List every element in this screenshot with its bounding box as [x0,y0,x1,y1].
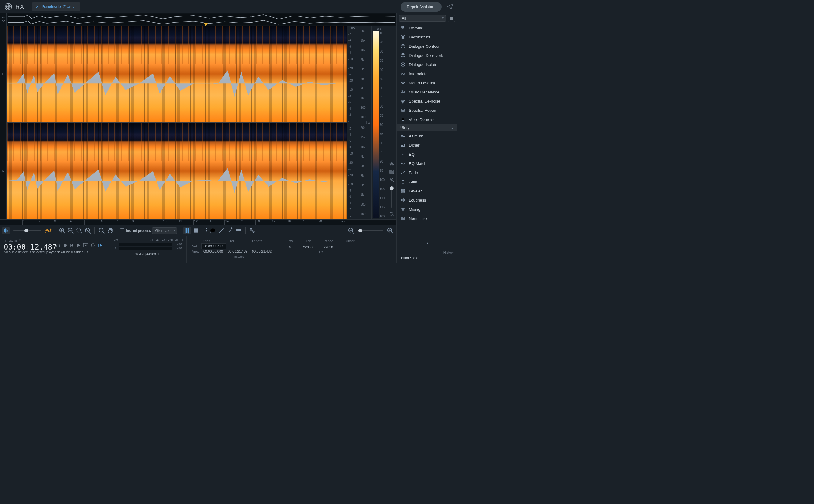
module-item-azimuth[interactable]: Azimuth [397,131,457,141]
rewind-button[interactable] [70,243,74,247]
module-item-mixing[interactable]: Mixing [397,205,457,214]
find-similar-icon[interactable] [249,227,256,234]
spectrogram-view-icon[interactable] [389,169,394,175]
module-item-eq-match[interactable]: EQ Match [397,159,457,168]
zoom-in-vertical-icon[interactable] [389,177,394,183]
mixing-icon [400,206,406,212]
rect-selection-tool-icon[interactable] [192,227,199,234]
opacity-slider[interactable] [13,230,41,231]
module-item-mouth-de-click[interactable]: Mouth De-click [397,78,457,87]
module-label: Normalize [409,216,427,221]
hz-zoom-slider[interactable] [358,230,383,231]
spectrogram-display[interactable]: L R [0,26,396,219]
modules-sidebar: All De-windDeconstructDialogue ContourDi… [396,13,457,263]
module-item-spectral-de-noise[interactable]: Spectral De-noise [397,97,457,106]
playhead-marker-icon[interactable] [204,23,208,26]
waveform-opacity-icon[interactable] [2,227,10,234]
hz-zoom-out-icon[interactable] [347,227,355,234]
module-item-de-wind[interactable]: De-wind [397,23,457,32]
return-playhead-button[interactable] [98,243,102,247]
module-label: Voice De-noise [409,117,435,122]
module-item-eq[interactable]: EQ [397,150,457,159]
play-selection-button[interactable] [83,243,88,247]
module-label: Spectral De-noise [409,99,440,104]
svg-point-34 [99,228,103,232]
sel-start-field[interactable]: 00:00:12.487 [201,244,226,249]
instant-process-checkbox[interactable]: Instant process [120,228,151,233]
svg-point-67 [401,44,405,48]
vertical-zoom-slider[interactable] [391,186,392,208]
module-item-normalize[interactable]: Normalize [397,214,457,223]
svg-line-35 [103,232,104,233]
time-format-label[interactable]: h:m:s.ms [4,239,17,242]
minimap-overview[interactable] [8,14,395,25]
svg-rect-6 [392,171,393,173]
svg-marker-56 [71,244,73,247]
time-freq-selection-tool-icon[interactable] [200,227,208,234]
contour-icon [400,43,406,49]
brush-tool-icon[interactable] [218,227,225,234]
svg-line-23 [63,232,65,233]
spectral-denoise-icon [400,98,406,104]
module-item-dither[interactable]: Dither [397,141,457,150]
wand-tool-icon[interactable] [226,227,234,234]
module-item-fade[interactable]: Fade [397,168,457,177]
history-item[interactable]: Initial State [400,256,454,260]
module-label: Interpolate [409,71,427,76]
zoom-tool-icon[interactable] [98,227,105,234]
play-button[interactable] [76,243,81,247]
svg-line-33 [86,229,89,231]
process-mode-select[interactable]: Attenuate [152,227,177,234]
module-item-voice-de-noise[interactable]: Voice De-noise [397,115,457,124]
file-tab[interactable]: × PianoInside_21.wav [32,2,81,11]
headphone-monitor-icon[interactable] [56,243,60,248]
svg-line-49 [352,232,354,233]
level-meters: -Inf. -50 -40 -30 -20 -10 0 L-Inf. R-Inf… [110,236,186,263]
voice-denoise-icon [400,117,406,122]
loop-button[interactable] [90,243,95,248]
sidebar-collapse-button[interactable] [397,238,457,248]
lasso-tool-icon[interactable] [209,227,217,234]
module-item-dialogue-isolate[interactable]: Dialogue Isolate [397,60,457,69]
module-item-gain[interactable]: Gain [397,177,457,186]
module-item-dialogue-contour[interactable]: Dialogue Contour [397,42,457,51]
module-item-leveler[interactable]: Leveler [397,186,457,195]
module-item-interpolate[interactable]: Interpolate [397,69,457,78]
repair-assistant-button[interactable]: Repair Assistant [401,2,442,12]
module-label: Dialogue Contour [409,44,440,49]
module-item-music-rebalance[interactable]: Music Rebalance [397,87,457,97]
spectrogram-opacity-icon[interactable] [45,227,52,234]
zoom-out-icon[interactable] [67,227,74,234]
close-tab-icon[interactable]: × [36,4,38,9]
module-item-loudness[interactable]: Loudness [397,195,457,205]
record-button[interactable] [63,243,67,247]
svg-rect-82 [401,145,402,147]
module-item-spectral-repair[interactable]: Spectral Repair [397,106,457,115]
hand-tool-icon[interactable] [106,227,114,234]
module-label: Dither [409,143,420,148]
utility-section-header[interactable]: Utility [397,124,457,131]
izotope-logo-icon [4,2,13,11]
send-icon[interactable] [446,3,454,10]
module-item-deconstruct[interactable]: Deconstruct [397,32,457,42]
waveform-view-icon[interactable] [389,161,394,167]
module-menu-button[interactable] [448,15,455,22]
minimap-collapse-button[interactable] [0,13,7,26]
zoom-in-icon[interactable] [58,227,66,234]
zoom-out-vertical-icon[interactable] [389,211,394,217]
module-filter-select[interactable]: All [399,15,446,22]
hz-zoom-in-icon[interactable] [387,227,394,234]
svg-line-27 [72,232,73,233]
main-toolbar: Instant process Attenuate [0,225,396,236]
harmonic-select-icon[interactable] [235,227,242,234]
svg-rect-87 [402,189,402,192]
zoom-fit-icon[interactable] [84,227,91,234]
loudness-icon [400,197,406,203]
time-selection-tool-icon[interactable] [183,227,191,234]
zoom-selection-icon[interactable] [75,227,83,234]
module-item-dialogue-de-reverb[interactable]: Dialogue De-reverb [397,51,457,60]
spectrogram-color-ruler: dB 1020303540455055606570758085909510010… [371,26,387,219]
eqmatch-icon [400,161,406,166]
svg-rect-5 [391,170,391,174]
leveler-icon [400,188,406,194]
